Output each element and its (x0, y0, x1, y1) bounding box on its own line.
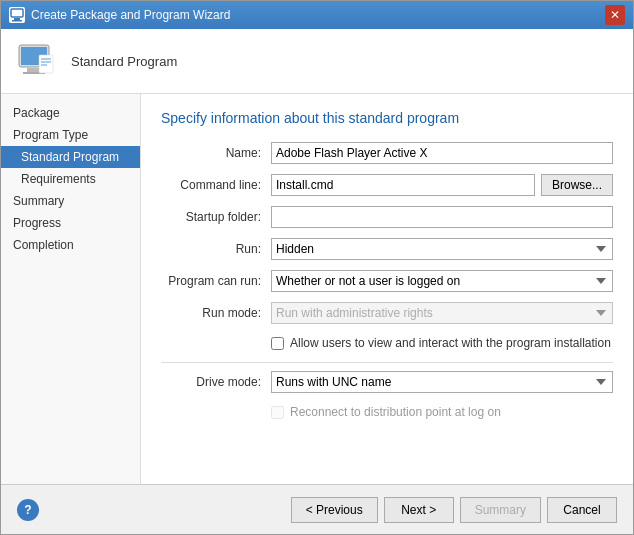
form-area: Specify information about this standard … (141, 94, 633, 484)
run-control: Normal Hidden Minimized Maximized (271, 238, 613, 260)
svg-rect-1 (14, 18, 20, 20)
sidebar-item-package[interactable]: Package (1, 102, 140, 124)
sidebar-item-standard-program[interactable]: Standard Program (1, 146, 140, 168)
summary-button[interactable]: Summary (460, 497, 541, 523)
browse-button[interactable]: Browse... (541, 174, 613, 196)
svg-rect-2 (12, 20, 22, 22)
close-button[interactable]: ✕ (605, 5, 625, 25)
command-line-input[interactable] (271, 174, 535, 196)
main-window: Create Package and Program Wizard ✕ Stan… (0, 0, 634, 535)
allow-users-row: Allow users to view and interact with th… (161, 336, 613, 350)
name-control (271, 142, 613, 164)
footer-left: ? (17, 499, 39, 521)
run-row: Run: Normal Hidden Minimized Maximized (161, 238, 613, 260)
startup-folder-control (271, 206, 613, 228)
footer: ? < Previous Next > Summary Cancel (1, 484, 633, 534)
header-area: Standard Program (1, 29, 633, 94)
title-bar: Create Package and Program Wizard ✕ (1, 1, 633, 29)
reconnect-row: Reconnect to distribution point at log o… (161, 405, 613, 419)
sidebar-item-summary[interactable]: Summary (1, 190, 140, 212)
header-icon (17, 41, 57, 81)
startup-folder-label: Startup folder: (161, 210, 271, 224)
allow-users-label: Allow users to view and interact with th… (290, 336, 611, 350)
divider (161, 362, 613, 363)
main-content: Package Program Type Standard Program Re… (1, 94, 633, 484)
svg-rect-0 (11, 9, 23, 17)
sidebar-item-program-type[interactable]: Program Type (1, 124, 140, 146)
help-button[interactable]: ? (17, 499, 39, 521)
run-label: Run: (161, 242, 271, 256)
run-select[interactable]: Normal Hidden Minimized Maximized (271, 238, 613, 260)
name-label: Name: (161, 146, 271, 160)
allow-users-checkbox[interactable] (271, 337, 284, 350)
header-title: Standard Program (71, 54, 177, 69)
app-icon (9, 7, 25, 23)
run-mode-row: Run mode: Run with administrative rights… (161, 302, 613, 324)
sidebar-item-completion[interactable]: Completion (1, 234, 140, 256)
previous-button[interactable]: < Previous (291, 497, 378, 523)
drive-mode-select[interactable]: Runs with UNC name Requires drive letter… (271, 371, 613, 393)
sidebar-item-progress[interactable]: Progress (1, 212, 140, 234)
svg-rect-7 (39, 55, 53, 73)
command-line-label: Command line: (161, 178, 271, 192)
title-bar-left: Create Package and Program Wizard (9, 7, 230, 23)
reconnect-checkbox[interactable] (271, 406, 284, 419)
drive-mode-label: Drive mode: (161, 375, 271, 389)
top-section: Standard Program Package Program Type St… (1, 29, 633, 484)
run-mode-select[interactable]: Run with administrative rights Run with … (271, 302, 613, 324)
command-line-control: Browse... (271, 174, 613, 196)
startup-folder-row: Startup folder: (161, 206, 613, 228)
startup-folder-input[interactable] (271, 206, 613, 228)
drive-mode-control: Runs with UNC name Requires drive letter… (271, 371, 613, 393)
run-mode-label: Run mode: (161, 306, 271, 320)
sidebar: Package Program Type Standard Program Re… (1, 94, 141, 484)
next-button[interactable]: Next > (384, 497, 454, 523)
name-row: Name: (161, 142, 613, 164)
cancel-button[interactable]: Cancel (547, 497, 617, 523)
program-can-run-control: Whether or not a user is logged on Only … (271, 270, 613, 292)
sidebar-item-requirements[interactable]: Requirements (1, 168, 140, 190)
reconnect-label: Reconnect to distribution point at log o… (290, 405, 501, 419)
program-can-run-row: Program can run: Whether or not a user i… (161, 270, 613, 292)
form-title: Specify information about this standard … (161, 110, 613, 126)
command-line-row: Command line: Browse... (161, 174, 613, 196)
drive-mode-row: Drive mode: Runs with UNC name Requires … (161, 371, 613, 393)
run-mode-control: Run with administrative rights Run with … (271, 302, 613, 324)
program-can-run-label: Program can run: (161, 274, 271, 288)
name-input[interactable] (271, 142, 613, 164)
program-can-run-select[interactable]: Whether or not a user is logged on Only … (271, 270, 613, 292)
title-bar-text: Create Package and Program Wizard (31, 8, 230, 22)
